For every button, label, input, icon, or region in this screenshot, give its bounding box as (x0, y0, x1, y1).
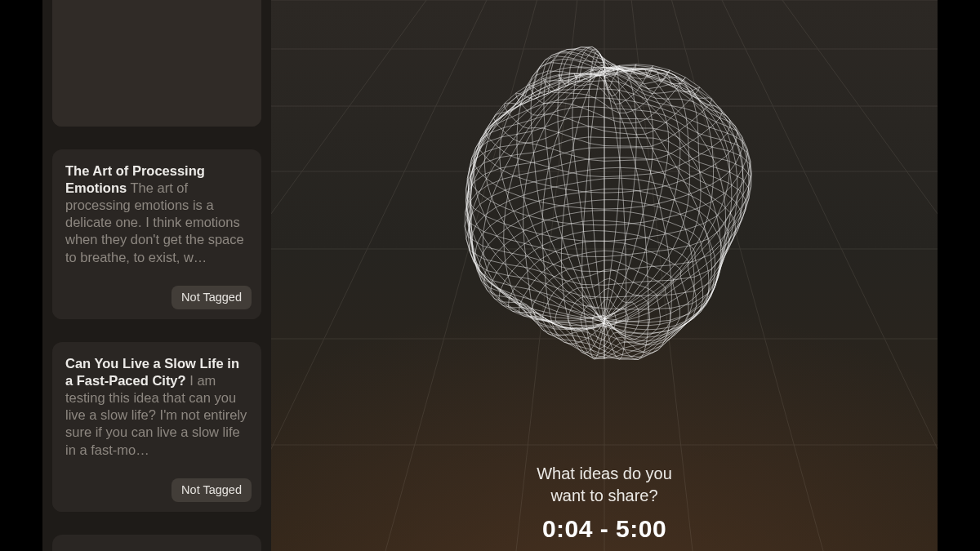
recording-panel: What ideas do you want to share? 0:04 - … (271, 0, 938, 551)
note-card[interactable]: The Art of Processing Emotions The art o… (52, 149, 261, 319)
note-card[interactable]: Can You Live a Slow Life in a Fast-Paced… (52, 342, 261, 512)
tag-pill[interactable]: Not Tagged (172, 286, 252, 309)
note-card[interactable]: your vs.com (52, 0, 261, 127)
app-window: your vs.com The Art of Processing Emotio… (42, 0, 938, 551)
note-card[interactable]: To-Do List Ok I have a… (52, 535, 261, 551)
audio-wireframe-blob (392, 14, 817, 406)
tag-pill[interactable]: Not Tagged (172, 478, 252, 502)
prompt-block: What ideas do you want to share? 0:04 - … (271, 463, 938, 543)
notes-sidebar[interactable]: your vs.com The Art of Processing Emotio… (42, 0, 271, 551)
card-fade (52, 69, 261, 127)
recording-prompt: What ideas do you want to share? (271, 463, 938, 507)
recording-timer: 0:04 - 5:00 (271, 515, 938, 543)
